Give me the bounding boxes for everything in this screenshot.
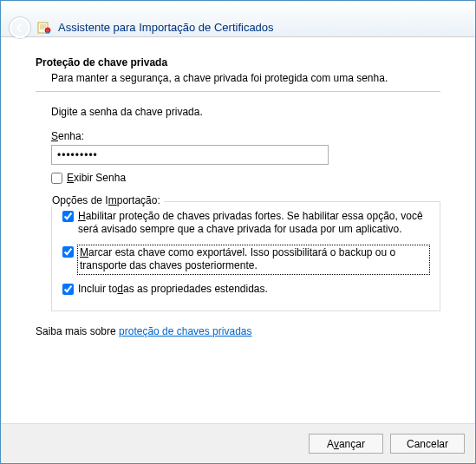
include-extended-props-label[interactable]: Incluir todas as propriedades estendidas… (78, 283, 268, 297)
enable-strong-protection-label[interactable]: Habilitar proteção de chaves privadas fo… (78, 210, 429, 237)
wizard-header: Assistente para Importação de Certificad… (1, 1, 475, 37)
show-password-checkbox[interactable] (51, 173, 62, 184)
mark-exportable-label[interactable]: Marcar esta chave como exportável. Isso … (78, 245, 429, 274)
section-title: Proteção de chave privada (36, 56, 440, 69)
password-input[interactable] (51, 145, 329, 165)
import-options-legend: Opções de Importação: (50, 194, 164, 206)
show-password-label[interactable]: Exibir Senha (67, 172, 126, 186)
divider (36, 91, 440, 92)
back-arrow-icon (15, 23, 25, 33)
learn-more-text: Saiba mais sobre (36, 325, 119, 337)
password-group: Senha: Exibir Senha (51, 130, 440, 186)
learn-more-row: Saiba mais sobre proteção de chaves priv… (36, 325, 440, 337)
enable-strong-protection-checkbox[interactable] (62, 211, 74, 222)
wizard-content: Proteção de chave privada Para manter a … (1, 37, 475, 346)
password-prompt: Digite a senha da chave privada. (51, 106, 440, 118)
learn-more-link[interactable]: proteção de chaves privadas (119, 325, 251, 337)
mark-exportable-checkbox[interactable] (62, 246, 74, 258)
include-extended-props-checkbox[interactable] (62, 284, 74, 295)
back-button[interactable] (10, 17, 30, 38)
cancel-button[interactable]: Cancelar (390, 434, 465, 454)
password-label: Senha: (51, 130, 440, 142)
next-button[interactable]: Avançar (309, 434, 383, 454)
wizard-footer: Avançar Cancelar (1, 423, 475, 463)
import-options-group: Opções de Importação: Habilitar proteção… (51, 201, 440, 311)
certificate-icon (37, 21, 51, 35)
section-description: Para manter a segurança, a chave privada… (51, 72, 440, 84)
wizard-title: Assistente para Importação de Certificad… (58, 21, 274, 34)
